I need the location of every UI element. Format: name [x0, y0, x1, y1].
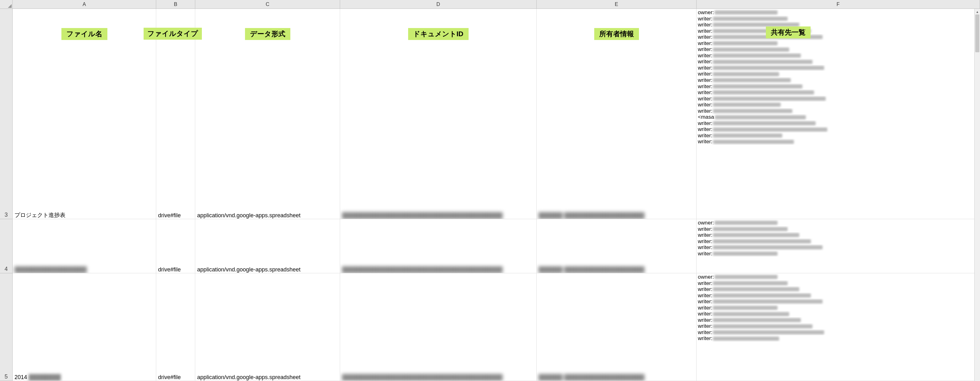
column-label-badge: ドキュメントID: [408, 28, 469, 40]
cell-value: drive#file: [158, 267, 181, 273]
cell[interactable]: ファイルタイプdrive#file: [156, 9, 195, 219]
permission-line: writer:: [698, 323, 978, 329]
permission-line: writer:: [698, 102, 978, 108]
permission-line: writer:: [698, 46, 978, 52]
col-header-D[interactable]: D: [340, 0, 537, 9]
permission-line: writer:: [698, 120, 978, 127]
permission-line: writer:: [698, 335, 978, 341]
cell[interactable]: ██████ ████████████████████: [537, 273, 697, 381]
redacted-value: ████████████████████████████████████████: [342, 374, 535, 381]
redacted-value: ████████████████████████████████████████: [342, 267, 535, 273]
permission-line: writer:: [698, 96, 978, 102]
col-header-F[interactable]: F: [697, 0, 980, 9]
permission-line: writer:: [698, 329, 978, 336]
permission-line: writer:: [698, 71, 978, 77]
permission-line: writer:: [698, 251, 978, 257]
scroll-thumb[interactable]: [975, 14, 979, 52]
row-header[interactable]: 5: [0, 273, 13, 381]
permission-line: writer:: [698, 34, 978, 40]
cell[interactable]: 所有者情報██████ ████████████████████: [537, 9, 697, 219]
cell-value: application/vnd.google-apps.spreadsheet: [197, 267, 301, 273]
permission-line: writer:: [698, 59, 978, 65]
permission-line: writer:: [698, 238, 978, 244]
permission-line: owner:: [698, 220, 978, 226]
permission-line: writer:: [698, 22, 978, 28]
permission-line: writer:: [698, 108, 978, 114]
redacted-value: ██████ ████████████████████: [538, 267, 694, 273]
column-label-badge: 共有先一覧: [766, 27, 811, 38]
cell[interactable]: ██████ ████████████████████: [537, 219, 697, 273]
permission-line: writer:: [698, 298, 978, 305]
cell[interactable]: 共有先一覧owner:writer:writer:writer:writer:w…: [697, 9, 980, 219]
permission-line: writer:: [698, 133, 978, 139]
cell[interactable]: owner:writer:writer:writer:writer:writer…: [697, 219, 980, 273]
cell[interactable]: drive#file: [156, 219, 195, 273]
permission-line: writer:: [698, 244, 978, 251]
select-all-corner[interactable]: [0, 0, 13, 9]
cell-value: drive#file: [158, 212, 181, 219]
permission-line: writer:: [698, 83, 978, 90]
cell-value: application/vnd.google-apps.spreadsheet: [197, 374, 301, 381]
cell[interactable]: ████████████████████████████████████████: [340, 273, 537, 381]
permission-line: writer:: [698, 311, 978, 317]
permission-line: <masa: [698, 114, 978, 120]
redacted-value: ████████████████████████████████████████: [342, 212, 535, 219]
permission-line: writer:: [698, 16, 978, 22]
col-header-E[interactable]: E: [537, 0, 697, 9]
cell[interactable]: 2014 ████████: [13, 273, 156, 381]
permission-line: writer:: [698, 65, 978, 71]
col-header-A[interactable]: A: [13, 0, 156, 9]
cell[interactable]: ████████████████████████████████████████: [340, 219, 537, 273]
cell[interactable]: データ形式application/vnd.google-apps.spreads…: [195, 9, 340, 219]
permission-line: writer:: [698, 305, 978, 311]
col-header-C[interactable]: C: [195, 0, 340, 9]
cell[interactable]: owner:writer:writer:writer:writer:writer…: [697, 273, 980, 381]
redacted-value: ██████████████████: [14, 267, 154, 273]
cell[interactable]: application/vnd.google-apps.spreadsheet: [195, 219, 340, 273]
permission-line: writer:: [698, 40, 978, 47]
cell[interactable]: application/vnd.google-apps.spreadsheet: [195, 273, 340, 381]
redacted-value: ██████ ████████████████████: [538, 212, 694, 219]
permission-line: writer:: [698, 232, 978, 238]
scroll-up-button[interactable]: ▲: [975, 9, 980, 14]
cell-value: 2014 ████████: [14, 374, 61, 381]
permission-line: owner:: [698, 274, 978, 280]
permission-line: writer:: [698, 138, 978, 145]
cell[interactable]: ドキュメントID████████████████████████████████…: [340, 9, 537, 219]
redacted-value: ██████ ████████████████████: [538, 374, 694, 381]
permission-line: writer:: [698, 126, 978, 133]
row-header[interactable]: 4: [0, 219, 13, 273]
permission-line: writer:: [698, 52, 978, 59]
spreadsheet-grid[interactable]: ABCDEF3ファイル名プロジェクト進捗表ファイルタイプdrive#fileデー…: [0, 0, 980, 381]
permission-line: writer:: [698, 317, 978, 323]
row-header[interactable]: 3: [0, 9, 13, 219]
column-label-badge: 所有者情報: [594, 28, 639, 40]
permission-line: writer:: [698, 77, 978, 83]
col-header-B[interactable]: B: [156, 0, 195, 9]
permission-line: writer:: [698, 89, 978, 96]
cell-value: drive#file: [158, 374, 181, 381]
cell-value: プロジェクト進捗表: [14, 211, 65, 219]
permission-line: writer:: [698, 292, 978, 299]
column-label-badge: ファイル名: [61, 28, 107, 40]
vertical-scrollbar[interactable]: ▲: [974, 9, 980, 381]
permission-line: writer:: [698, 280, 978, 287]
cell[interactable]: drive#file: [156, 273, 195, 381]
column-label-badge: ファイルタイプ: [143, 28, 202, 40]
permission-line: writer:: [698, 28, 978, 34]
permission-line: writer:: [698, 286, 978, 292]
cell[interactable]: ファイル名プロジェクト進捗表: [13, 9, 156, 219]
permission-line: writer:: [698, 226, 978, 232]
cell[interactable]: ██████████████████: [13, 219, 156, 273]
cell-value: application/vnd.google-apps.spreadsheet: [197, 212, 301, 219]
permission-line: owner:: [698, 10, 978, 16]
column-label-badge: データ形式: [245, 28, 290, 40]
